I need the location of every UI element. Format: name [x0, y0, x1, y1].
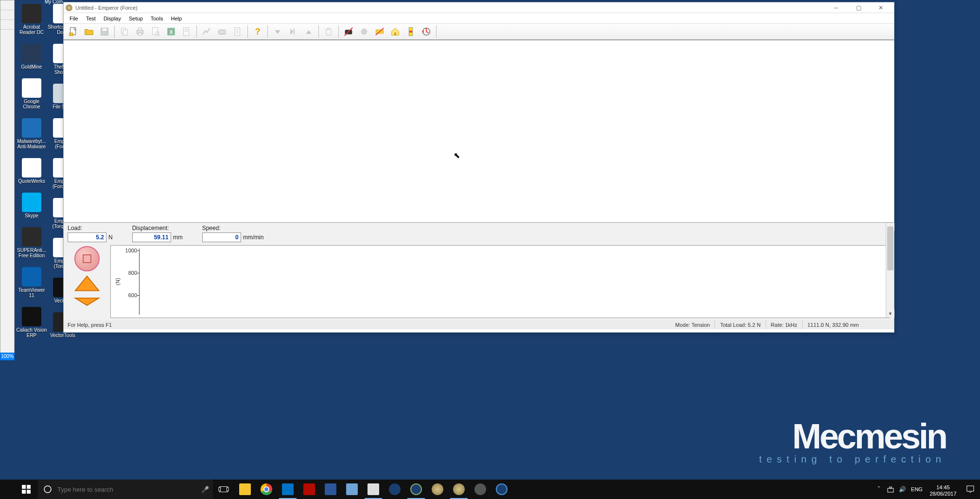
taskbar-explorer[interactable] — [234, 480, 256, 499]
desktop-icon[interactable]: GoldMine — [17, 44, 47, 70]
scroll-down-icon[interactable]: ▼ — [886, 309, 894, 318]
search-box[interactable]: 🎤 — [38, 480, 213, 499]
axis-line — [139, 249, 140, 315]
menu-display[interactable]: Display — [100, 15, 125, 22]
y-tick: 800 — [118, 270, 137, 276]
menu-test[interactable]: Test — [82, 15, 100, 22]
chart-area[interactable]: 1000 800 600 (N) — [110, 245, 890, 318]
start-button[interactable] — [15, 480, 38, 499]
taskbar-app2[interactable] — [384, 480, 405, 499]
notes-button[interactable] — [231, 25, 245, 38]
stop-button[interactable] — [74, 246, 100, 271]
svg-rect-36 — [27, 490, 31, 494]
task-view-button[interactable] — [213, 480, 234, 499]
home-button[interactable] — [388, 25, 402, 38]
taskbar-acrobat[interactable] — [298, 480, 320, 499]
menu-setup[interactable]: Setup — [125, 15, 147, 22]
app-icon — [22, 227, 41, 247]
delete-button[interactable] — [322, 25, 335, 38]
svg-rect-18 — [235, 28, 240, 36]
jog-up-button[interactable] — [73, 274, 101, 294]
desktop-icon[interactable]: TeamViewer 11 — [17, 267, 47, 298]
svg-rect-39 — [219, 487, 221, 491]
tray-clock[interactable]: 14:45 28/06/2017 — [926, 481, 961, 497]
vertical-scrollbar[interactable]: ▲ ▼ — [886, 223, 894, 318]
speed-readout: Speed: mm/min — [202, 225, 264, 242]
jog-down-button[interactable] — [73, 297, 101, 308]
tray-volume-icon[interactable]: 🔊 — [896, 480, 908, 499]
open-file-button[interactable] — [82, 25, 96, 38]
taskbar-chrome[interactable] — [256, 480, 277, 499]
desktop-icon[interactable]: Acrobat Reader DC — [17, 4, 47, 35]
zero-load-button[interactable] — [404, 25, 418, 38]
limits-off-button[interactable] — [373, 25, 386, 38]
taskbar-app3[interactable] — [405, 480, 427, 499]
desktop-icon[interactable]: Skype — [17, 193, 47, 218]
statusbar: For Help, press F1 Mode: Tension Total L… — [64, 320, 894, 329]
svg-point-26 — [361, 29, 368, 35]
desktop-icon[interactable]: Malwarebyt... Anti-Malware — [17, 118, 47, 149]
brand-watermark: Mecmesin testing to perfection — [759, 422, 946, 465]
titlebar[interactable]: Untitled - Emperor (Force) ─ ▢ ✕ — [64, 2, 894, 13]
speed-value[interactable] — [202, 232, 241, 242]
camera-button[interactable] — [215, 25, 229, 38]
taskbar-app7[interactable] — [491, 480, 512, 499]
minimize-button[interactable]: ─ — [825, 2, 847, 13]
svg-rect-43 — [967, 486, 974, 491]
icon-label: VectorTools — [47, 333, 78, 338]
up-arrow-button[interactable] — [302, 25, 315, 38]
menubar: FileTestDisplaySetupToolsHelp — [64, 13, 894, 24]
desktop-icon[interactable]: SUPERAnti... Free Edition — [17, 227, 47, 258]
desktop-icon[interactable]: QuoteWerks — [17, 158, 47, 184]
print-button[interactable] — [133, 25, 147, 38]
load-value[interactable] — [68, 232, 106, 242]
search-input[interactable] — [57, 486, 197, 493]
taskbar-app1[interactable] — [363, 480, 384, 499]
taskbar-app6[interactable] — [470, 480, 491, 499]
mic-icon[interactable]: 🎤 — [197, 486, 213, 493]
taskbar-app4[interactable] — [427, 480, 448, 499]
menu-tools[interactable]: Tools — [147, 15, 167, 22]
app-icon — [66, 4, 72, 11]
load-readout: Load: N — [68, 225, 113, 242]
status-rate: Rate: 1kHz — [766, 320, 803, 329]
tray-network-icon[interactable] — [885, 480, 896, 499]
zero-position-button[interactable] — [420, 25, 433, 38]
cortana-icon[interactable] — [38, 485, 57, 494]
help-button[interactable]: ? — [251, 25, 264, 38]
displacement-value[interactable] — [132, 232, 171, 242]
step-button[interactable] — [286, 25, 300, 38]
svg-rect-14 — [184, 29, 188, 30]
scroll-thumb[interactable] — [887, 227, 893, 270]
tray-chevron-icon[interactable]: ˆ — [873, 480, 885, 499]
export-excel-button[interactable]: X — [164, 25, 178, 38]
menu-help[interactable]: Help — [167, 15, 186, 22]
load-unit: N — [108, 234, 113, 241]
desktop-icon[interactable]: Caliach Vision ERP — [17, 307, 47, 338]
taskbar-snip[interactable] — [341, 480, 363, 499]
copy-button[interactable] — [118, 25, 131, 38]
tray-notifications-icon[interactable] — [961, 485, 980, 494]
status-mode: Mode: Tension — [670, 320, 715, 329]
report-button[interactable] — [180, 25, 193, 38]
svg-rect-34 — [27, 485, 31, 489]
no-camera-button[interactable] — [342, 25, 355, 38]
save-button[interactable] — [98, 25, 111, 38]
down-arrow-button[interactable] — [271, 25, 284, 38]
icon-label: Skype — [16, 213, 47, 218]
close-button[interactable]: ✕ — [870, 2, 892, 13]
menu-file[interactable]: File — [66, 15, 82, 22]
record-button[interactable] — [357, 25, 371, 38]
taskbar-outlook[interactable] — [277, 480, 298, 499]
taskbar-word[interactable] — [320, 480, 341, 499]
maximize-button[interactable]: ▢ — [847, 2, 870, 13]
svg-rect-3 — [102, 29, 106, 31]
print-preview-button[interactable] — [149, 25, 162, 38]
svg-text:X: X — [170, 30, 173, 35]
new-file-button[interactable] — [67, 25, 80, 38]
desktop-icon[interactable]: Google Chrome — [17, 78, 47, 109]
taskbar-app5[interactable] — [448, 480, 470, 499]
graph-settings-button[interactable] — [200, 25, 213, 38]
tray-language[interactable]: ENG — [908, 480, 926, 499]
app-icon — [22, 267, 41, 286]
